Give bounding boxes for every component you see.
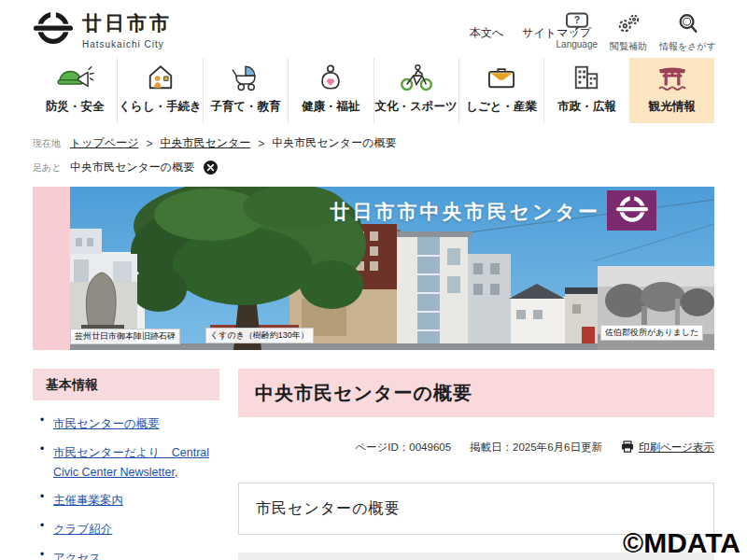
- sidebar-menu: 市民センターの概要 市民センターだより Central Civic Center…: [33, 413, 219, 560]
- breadcrumb: 現在地 トップページ > 中央市民センター > 中央市民センターの概要: [33, 135, 714, 151]
- gears-icon: [614, 12, 642, 38]
- breadcrumb-separator: >: [258, 137, 264, 150]
- site-subtitle: Hatsukaichi City: [82, 39, 172, 49]
- print-link-label: 印刷ページ表示: [639, 441, 714, 455]
- breadcrumb-area: 現在地 トップページ > 中央市民センター > 中央市民センターの概要 足あと …: [33, 135, 714, 184]
- footprint-close-icon[interactable]: [204, 161, 218, 175]
- city-emblem-icon: [33, 8, 74, 51]
- sidebar-item-newsletter: 市民センターだより Central Civic Center Newslette…: [38, 442, 218, 482]
- nav-label: 文化・スポーツ: [374, 99, 457, 115]
- breadcrumb-location-label: 現在地: [33, 137, 63, 150]
- nav-label: 子育て・教育: [210, 99, 280, 115]
- photo-caption-district-office: 佐伯郡役所がありました: [600, 325, 703, 341]
- breadcrumb-current: 中央市民センターの概要: [272, 135, 396, 151]
- breadcrumb-link-center[interactable]: 中央市民センター: [160, 135, 250, 151]
- updated-date: 掲載日：2025年6月6日更新: [470, 441, 602, 455]
- site-logo[interactable]: 廿日市市 Hatsukaichi City: [33, 8, 172, 51]
- nav-item-kosodate[interactable]: 子育て・教育: [203, 58, 288, 123]
- page-title: 中央市民センターの概要: [255, 381, 472, 406]
- search-button[interactable]: 情報をさがす: [659, 12, 716, 53]
- nav-label: 健康・福祉: [302, 99, 360, 115]
- section-title: 市民センターの概要: [256, 499, 401, 519]
- header-tools: ? Language 閲覧補助: [557, 12, 716, 53]
- photo-caption-tree: くすのき（樹齢約130年）: [205, 328, 314, 343]
- sidebar-link-access[interactable]: アクセス: [53, 552, 101, 560]
- sidebar-link-newsletter[interactable]: 市民センターだより Central Civic Center Newslette…: [53, 446, 209, 479]
- nav-item-bousai[interactable]: 防災・安全: [33, 58, 117, 123]
- hero-title: 廿日市市中央市民センター: [331, 199, 600, 225]
- sidebar-item-clubs: クラブ紹介: [38, 519, 218, 539]
- print-page-link[interactable]: 印刷ページ表示: [621, 441, 714, 455]
- nav-label: 防災・安全: [46, 99, 105, 115]
- photo-caption-monument: 芸州廿日市御本陣旧跡石碑: [70, 329, 180, 344]
- nav-item-shigoto[interactable]: しごと・産業: [458, 58, 543, 123]
- sidebar-item-access: アクセス: [38, 548, 218, 560]
- torii-gate-icon: [655, 61, 689, 94]
- nav-label: しごと・産業: [466, 99, 537, 115]
- hero-banner: 廿日市市中央市民センター 芸州廿日市御本陣旧跡石碑 くすのき（樹齢約130年） …: [33, 187, 714, 350]
- search-label: 情報をさがす: [659, 40, 716, 53]
- logo-text: 廿日市市 Hatsukaichi City: [82, 10, 172, 49]
- briefcase-icon: [485, 61, 518, 94]
- sidebar-title: 基本情報: [33, 369, 219, 400]
- sidebar-item-programs: 主催事業案内: [38, 490, 218, 510]
- footprint-item: 中央市民センターの概要: [70, 160, 194, 175]
- bicycle-icon: [399, 61, 434, 94]
- nav-item-shisei[interactable]: 市政・広報: [543, 58, 628, 123]
- sidebar-basic-info: 基本情報 市民センターの概要 市民センターだより Central Civic C…: [33, 369, 219, 560]
- watermark: ©MDATA: [623, 527, 740, 559]
- page-id: ページID：0049605: [355, 441, 451, 455]
- hero-photo: 廿日市市中央市民センター 芸州廿日市御本陣旧跡石碑 くすのき（樹齢約130年） …: [70, 187, 714, 350]
- hero-emblem-box: [607, 190, 656, 231]
- sidebar-item-overview: 市民センターの概要: [38, 413, 218, 433]
- page-title-box: 中央市民センターの概要: [238, 369, 714, 417]
- city-emblem-icon: [615, 193, 649, 229]
- printer-icon: [621, 441, 634, 455]
- site-title: 廿日市市: [82, 10, 172, 36]
- nav-item-kenko[interactable]: 健康・福祉: [288, 58, 373, 123]
- accessibility-label: 閲覧補助: [610, 40, 647, 53]
- skip-to-content-link[interactable]: 本文へ: [470, 25, 503, 41]
- accessibility-button[interactable]: 閲覧補助: [610, 12, 647, 53]
- page-meta-row: ページID：0049605 掲載日：2025年6月6日更新 印刷ページ表示: [238, 441, 714, 455]
- breadcrumb-separator: >: [146, 137, 152, 150]
- language-label: Language: [557, 39, 599, 49]
- page: 廿日市市 Hatsukaichi City 本文へ サイトマップ ? Langu…: [0, 0, 747, 560]
- nav-item-kurashi[interactable]: くらし・手続き: [117, 58, 202, 123]
- nav-item-kanko[interactable]: 観光情報: [629, 58, 714, 123]
- language-button[interactable]: ? Language: [557, 12, 599, 53]
- house-person-icon: [144, 61, 177, 94]
- search-icon: [676, 12, 699, 38]
- site-header: 廿日市市 Hatsukaichi City 本文へ サイトマップ ? Langu…: [0, 0, 747, 58]
- nav-item-bunka[interactable]: 文化・スポーツ: [374, 58, 458, 123]
- helmet-megaphone-icon: [55, 61, 94, 94]
- sidebar-link-overview[interactable]: 市民センターの概要: [53, 417, 160, 430]
- nav-label: 市政・広報: [557, 99, 616, 115]
- nav-label: くらし・手続き: [119, 99, 202, 115]
- city-building-icon: [571, 61, 601, 94]
- nav-label: 観光情報: [649, 99, 696, 115]
- language-icon: ?: [565, 12, 589, 37]
- footprint-label: 足あと: [33, 161, 63, 175]
- svg-text:?: ?: [574, 14, 580, 25]
- person-heart-icon: [315, 61, 346, 94]
- sidebar-link-clubs[interactable]: クラブ紹介: [53, 523, 112, 536]
- sidebar-link-programs[interactable]: 主催事業案内: [53, 494, 123, 507]
- category-nav: 防災・安全 くらし・手続き: [33, 58, 714, 123]
- breadcrumb-link-home[interactable]: トップページ: [70, 135, 138, 151]
- footprint-row: 足あと 中央市民センターの概要: [33, 160, 714, 175]
- stroller-icon: [229, 61, 262, 94]
